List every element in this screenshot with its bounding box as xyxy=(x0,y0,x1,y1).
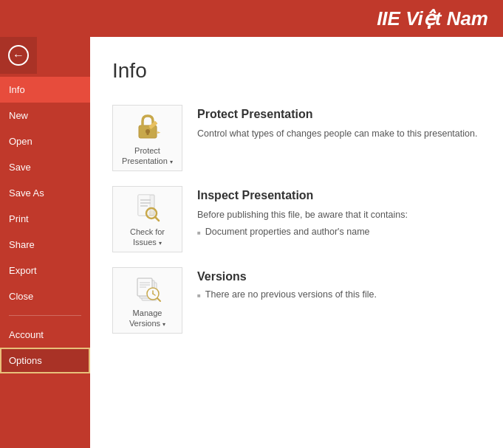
lock-icon xyxy=(131,110,164,142)
inspect-section: Check forIssues ▾ Inspect Presentation B… xyxy=(112,186,481,252)
sidebar-item-new[interactable]: New xyxy=(0,103,90,128)
svg-rect-2 xyxy=(146,131,148,135)
sidebar-divider xyxy=(9,315,81,316)
main-layout: ← Info New Open Save Save As Print Share… xyxy=(0,37,503,448)
sidebar-item-print[interactable]: Print xyxy=(0,206,90,232)
versions-list-item: There are no previous versions of this f… xyxy=(197,289,377,300)
sidebar-item-options[interactable]: Options xyxy=(0,348,90,373)
inspect-desc: Before publishing this file, be aware th… xyxy=(197,208,408,222)
protect-title: Protect Presentation xyxy=(197,108,477,121)
protect-text: Protect Presentation Control what types … xyxy=(182,105,477,141)
svg-line-22 xyxy=(157,298,160,301)
versions-title: Versions xyxy=(197,270,377,283)
inspect-icon-box[interactable]: Check forIssues ▾ xyxy=(112,186,182,252)
protect-icon-box[interactable]: ProtectPresentation ▾ xyxy=(112,105,182,171)
page-title: Info xyxy=(112,59,481,83)
versions-icon-box[interactable]: ManageVersions ▾ xyxy=(112,267,182,334)
brand-title: IIE Việt Nam xyxy=(377,7,488,30)
versions-icon xyxy=(131,272,164,305)
versions-text: Versions There are no previous versions … xyxy=(182,267,377,300)
back-button[interactable]: ← xyxy=(0,37,37,74)
sidebar-item-export[interactable]: Export xyxy=(0,258,90,283)
back-arrow-icon: ← xyxy=(8,45,29,66)
sidebar-item-account[interactable]: Account xyxy=(0,322,90,348)
sidebar-item-open[interactable]: Open xyxy=(0,128,90,154)
versions-list: There are no previous versions of this f… xyxy=(197,289,377,300)
inspect-icon-label: Check forIssues ▾ xyxy=(130,227,165,248)
inspect-list: Document properties and author's name xyxy=(197,227,408,237)
top-bar: IIE Việt Nam xyxy=(0,0,503,37)
versions-icon-label: ManageVersions ▾ xyxy=(129,308,165,329)
inspect-icon xyxy=(131,191,164,224)
content-area: Info ProtectPresentation ▾ xyxy=(90,37,503,448)
sidebar-item-info[interactable]: Info xyxy=(0,77,90,103)
sidebar: ← Info New Open Save Save As Print Share… xyxy=(0,37,90,448)
versions-section: ManageVersions ▾ Versions There are no p… xyxy=(112,267,481,334)
inspect-text: Inspect Presentation Before publishing t… xyxy=(182,186,408,237)
protect-desc: Control what types of changes people can… xyxy=(197,127,477,141)
svg-marker-4 xyxy=(156,130,160,134)
svg-point-11 xyxy=(148,210,154,216)
svg-rect-6 xyxy=(138,195,150,216)
protect-section: ProtectPresentation ▾ Protect Presentati… xyxy=(112,105,481,171)
sidebar-item-save[interactable]: Save xyxy=(0,154,90,180)
sidebar-item-share[interactable]: Share xyxy=(0,232,90,258)
protect-icon-label: ProtectPresentation ▾ xyxy=(122,145,173,167)
svg-line-12 xyxy=(155,217,159,221)
inspect-list-item: Document properties and author's name xyxy=(197,227,408,237)
inspect-title: Inspect Presentation xyxy=(197,189,408,202)
sidebar-item-close[interactable]: Close xyxy=(0,283,90,309)
sidebar-item-save-as[interactable]: Save As xyxy=(0,180,90,206)
